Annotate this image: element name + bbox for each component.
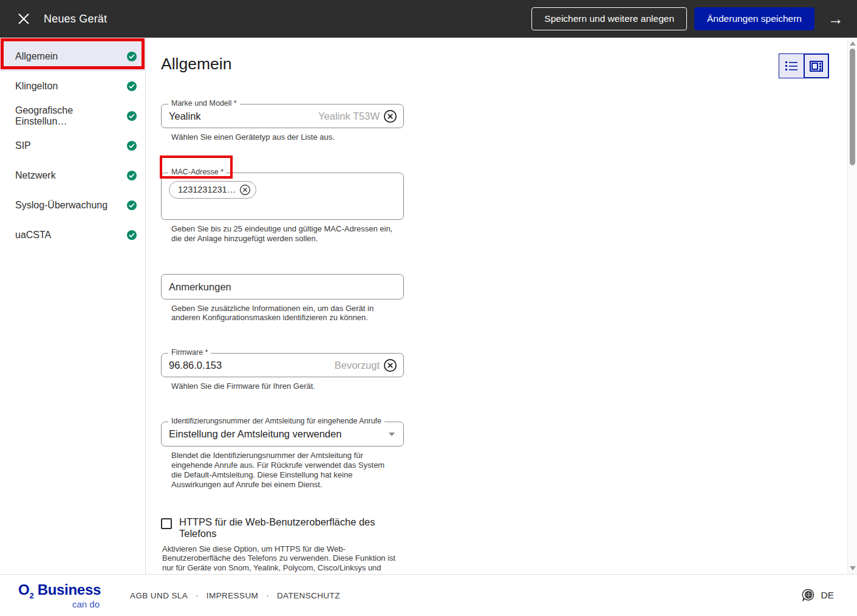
vertical-scrollbar[interactable] <box>847 38 857 574</box>
firmware-helper: Wählen Sie die Firmware für Ihren Gerät. <box>171 382 393 391</box>
close-icon <box>16 12 31 26</box>
check-circle-icon <box>127 141 137 151</box>
https-checkbox[interactable] <box>161 518 172 529</box>
save-and-create-another-button[interactable]: Speichern und weitere anlegen <box>531 7 687 30</box>
brand-model-label: Marke und Modell * <box>168 99 240 108</box>
scrollbar-down-arrow[interactable] <box>850 566 856 570</box>
language-selector[interactable]: DE <box>801 588 834 603</box>
check-circle-icon <box>127 81 137 91</box>
check-circle-icon <box>127 52 137 61</box>
firmware-suggestion: Bevorzugt <box>335 360 380 371</box>
logo-o: O <box>18 581 29 598</box>
https-checkbox-row: HTTPS für die Web-Benutzeroberfläche des… <box>161 516 404 540</box>
logo-business: Business <box>33 581 101 598</box>
brand-model-field: Marke und Modell * Yealink T53W <box>161 104 404 128</box>
footer-link-impressum[interactable]: IMPRESSUM <box>207 591 258 600</box>
trunk-id-select[interactable]: Einstellung der Amtsleitung verwenden <box>162 422 403 446</box>
main-content: Allgemein <box>146 38 847 574</box>
logo-tagline: can do <box>18 599 101 609</box>
sidebar-item-sip[interactable]: SIP <box>0 131 145 160</box>
clear-icon[interactable] <box>383 109 397 123</box>
scrollbar-up-arrow[interactable] <box>850 41 856 46</box>
footer-link-agb[interactable]: AGB UND SLA <box>130 591 188 600</box>
mac-address-helper: Geben Sie bis zu 25 eindeutige und gülti… <box>171 224 393 244</box>
notes-field <box>161 274 404 299</box>
footer-links: AGB UND SLA · IMPRESSUM · DATENSCHUTZ <box>130 590 340 600</box>
sidebar-item-label: uaCSTA <box>15 230 51 241</box>
sidebar-item-label: Allgemein <box>15 51 58 62</box>
mac-address-label: MAC-Adresse * <box>168 168 227 176</box>
chip-remove-icon[interactable] <box>239 184 251 196</box>
o2-business-logo[interactable]: O2 Business can do <box>18 581 101 609</box>
brand-model-helper: Wählen Sie einen Gerätetyp aus der Liste… <box>171 132 393 142</box>
section-heading: Allgemein <box>161 55 847 74</box>
mac-address-field[interactable]: MAC-Adresse * 1231231231… <box>161 173 404 220</box>
trunk-id-select-field: Identifizierungsnummer der Amtsleitung f… <box>161 422 404 447</box>
chevron-down-icon <box>389 433 395 436</box>
save-changes-button[interactable]: Änderungen speichern <box>694 7 814 30</box>
notes-input[interactable] <box>169 281 397 293</box>
brand-model-suggestion: Yealink T53W <box>318 111 380 122</box>
next-arrow-button[interactable]: → <box>823 11 848 27</box>
trunk-id-selected-value: Einstellung der Amtsleitung verwenden <box>169 428 389 440</box>
firmware-field: Firmware * Bevorzugt <box>161 353 404 377</box>
clear-icon[interactable] <box>383 358 397 372</box>
check-circle-icon <box>127 200 137 210</box>
dot-separator: · <box>266 590 269 600</box>
check-circle-icon <box>127 171 137 180</box>
card-view-button[interactable] <box>804 53 829 78</box>
language-code: DE <box>821 590 834 601</box>
firmware-label: Firmware * <box>168 348 211 357</box>
https-checkbox-label[interactable]: HTTPS für die Web-Benutzeroberfläche des… <box>179 516 380 540</box>
footer-link-datenschutz[interactable]: DATENSCHUTZ <box>277 591 340 600</box>
sidebar-item-uacsta[interactable]: uaCSTA <box>0 220 145 250</box>
notes-helper: Geben Sie zusätzliche Informationen ein,… <box>171 304 393 323</box>
scrollbar-thumb[interactable] <box>850 49 855 165</box>
check-circle-icon <box>127 111 137 121</box>
sidebar-item-label: Syslog-Überwachung <box>15 200 108 211</box>
check-circle-icon <box>127 230 137 240</box>
list-view-button[interactable] <box>779 53 804 78</box>
list-view-icon <box>785 61 797 71</box>
brand-model-input[interactable] <box>169 111 318 122</box>
close-button[interactable] <box>15 10 33 28</box>
footer: O2 Business can do AGB UND SLA · IMPRESS… <box>0 574 857 616</box>
sidebar-item-label: Netzwerk <box>15 170 56 181</box>
mac-chip-text: 1231231231… <box>178 185 236 194</box>
topbar: Neues Gerät Speichern und weitere anlege… <box>0 0 857 38</box>
form: Marke und Modell * Yealink T53W Wählen S… <box>161 104 404 574</box>
mac-address-chip[interactable]: 1231231231… <box>169 181 256 199</box>
sidebar-item-geografische-einstellungen[interactable]: Geografische Einstellun… <box>0 101 145 131</box>
https-helper: Aktivieren Sie diese Option, um HTTPS fü… <box>162 544 398 574</box>
sidebar-item-label: Klingelton <box>15 81 58 92</box>
card-view-icon <box>810 61 823 72</box>
sidebar-item-label: SIP <box>15 140 31 151</box>
dot-separator: · <box>196 590 199 600</box>
section-sidebar: Allgemein Klingelton Geografische Einste… <box>0 38 146 574</box>
sidebar-item-allgemein[interactable]: Allgemein <box>0 41 145 71</box>
sidebar-item-netzwerk[interactable]: Netzwerk <box>0 160 145 190</box>
trunk-id-helper: Blendet die Identifizierungsnummer der A… <box>171 451 393 489</box>
globe-bubble-icon <box>801 588 816 603</box>
sidebar-item-klingelton[interactable]: Klingelton <box>0 71 145 101</box>
firmware-input[interactable] <box>169 360 335 371</box>
trunk-id-label: Identifizierungsnummer der Amtsleitung f… <box>168 417 384 425</box>
view-toggle-group <box>779 53 829 78</box>
page-title: Neues Gerät <box>44 13 107 26</box>
sidebar-item-label: Geografische Einstellun… <box>15 105 127 127</box>
sidebar-item-syslog-ueberwachung[interactable]: Syslog-Überwachung <box>0 190 145 220</box>
